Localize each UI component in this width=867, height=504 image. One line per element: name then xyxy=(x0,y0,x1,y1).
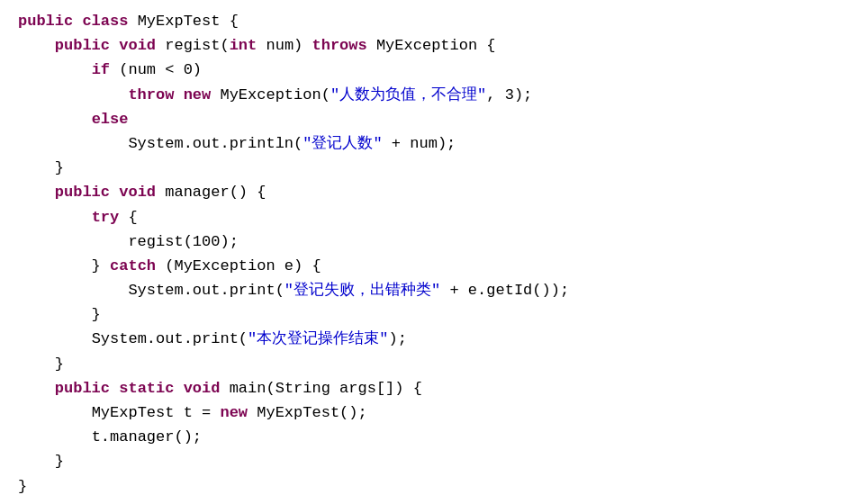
close-brace3: } xyxy=(18,352,64,376)
kw-public4: public xyxy=(55,376,119,400)
close-brace2: } xyxy=(18,302,101,327)
semicolon14: ); xyxy=(388,327,406,351)
myexptest-var: MyExpTest t = xyxy=(92,400,221,425)
code-line-4: throw new MyException( "人数为负值，不合理" , 3); xyxy=(18,83,849,107)
code-line-3: if (num < 0) xyxy=(18,58,849,82)
indent12 xyxy=(18,278,128,302)
code-line-6: System.out.println( "登记人数" + num); xyxy=(18,131,849,156)
regist-call: regist(100); xyxy=(128,230,238,254)
indent9 xyxy=(18,205,92,230)
code-line-12: System.out.print( "登记失败，出错种类" + e.getId(… xyxy=(18,278,849,302)
exception-name: MyException { xyxy=(376,33,496,58)
kw-throw: throw xyxy=(128,83,183,107)
code-line-10: regist(100); xyxy=(18,230,849,254)
kw-new: new xyxy=(184,83,221,107)
indent4 xyxy=(18,83,128,107)
plus-num: + num); xyxy=(383,131,456,156)
t-manager: t.manager(); xyxy=(92,425,202,449)
kw-else: else xyxy=(92,107,129,131)
indent16 xyxy=(18,376,55,400)
new-myexptest: MyExpTest(); xyxy=(257,400,366,425)
code-line-1: public class MyExpTest { xyxy=(18,9,849,33)
sys-print2: System.out.print( xyxy=(92,327,248,351)
code-line-2: public void regist( int num) throws MyEx… xyxy=(18,33,849,58)
comma-num: , 3); xyxy=(486,83,532,107)
code-line-16: public static void main(String args[]) { xyxy=(18,376,849,400)
code-line-5: else xyxy=(18,107,849,131)
kw-class: class xyxy=(82,9,137,33)
str-negative: "人数为负值，不合理" xyxy=(330,83,486,107)
plus-getid: + e.getId()); xyxy=(440,278,569,302)
code-line-17: MyExpTest t = new MyExpTest(); xyxy=(18,400,849,425)
kw-void: void xyxy=(119,33,165,58)
code-line-18: t.manager(); xyxy=(18,425,849,449)
str-regist: "登记人数" xyxy=(303,131,382,156)
kw-public2: public xyxy=(55,33,119,58)
code-line-9: try { xyxy=(18,205,849,230)
code-line-13: } xyxy=(18,302,849,327)
indent3 xyxy=(18,58,92,82)
indent10 xyxy=(18,230,128,254)
kw-new2: new xyxy=(220,400,257,425)
code-line-20: } xyxy=(18,474,849,499)
throw-exception: MyException( xyxy=(220,83,330,107)
code-line-14: System.out.print( "本次登记操作结束" ); xyxy=(18,327,849,351)
kw-if: if xyxy=(92,58,120,82)
code-container: public class MyExpTest { public void reg… xyxy=(0,0,867,504)
if-condition: (num < 0) xyxy=(119,58,202,82)
param-num: num) xyxy=(266,33,312,58)
main-method: main(String args[]) { xyxy=(230,376,422,400)
code-line-11: } catch (MyException e) { xyxy=(18,254,849,278)
close-brace5: } xyxy=(18,474,27,499)
kw-static: static xyxy=(119,376,183,400)
indent17 xyxy=(18,400,92,425)
try-brace: { xyxy=(128,205,137,230)
sys-print: System.out.print( xyxy=(128,278,284,302)
kw-void2: void xyxy=(119,180,165,204)
kw-try: try xyxy=(92,205,129,230)
code-line-7: } xyxy=(18,156,849,180)
indent6 xyxy=(18,131,128,156)
kw-public: public xyxy=(18,9,82,33)
method-manager: manager() { xyxy=(165,180,266,204)
indent11: } xyxy=(18,254,110,278)
kw-void3: void xyxy=(184,376,230,400)
kw-throws: throws xyxy=(312,33,376,58)
indent2 xyxy=(18,33,55,58)
catch-param: (MyException e) { xyxy=(165,254,321,278)
str-fail: "登记失败，出错种类" xyxy=(284,278,440,302)
indent8 xyxy=(18,180,55,204)
indent14 xyxy=(18,327,92,351)
indent5 xyxy=(18,107,92,131)
class-name: MyExpTest { xyxy=(138,9,239,33)
code-line-15: } xyxy=(18,352,849,376)
code-line-8: public void manager() { xyxy=(18,180,849,204)
str-end: "本次登记操作结束" xyxy=(248,327,388,351)
kw-public3: public xyxy=(55,180,119,204)
code-line-19: } xyxy=(18,449,849,473)
indent18 xyxy=(18,425,92,449)
method-regist: regist( xyxy=(165,33,229,58)
close-brace4: } xyxy=(18,449,64,473)
kw-int: int xyxy=(230,33,266,58)
kw-catch: catch xyxy=(110,254,165,278)
sys-println: System.out.println( xyxy=(128,131,303,156)
close-brace1: } xyxy=(18,156,64,180)
